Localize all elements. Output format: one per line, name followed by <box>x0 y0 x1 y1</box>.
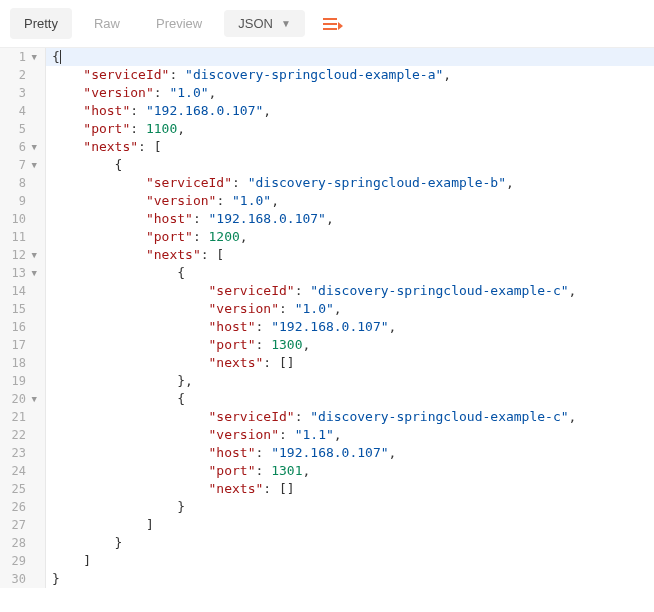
line-number: 13▼ <box>0 264 46 282</box>
line-number: 16 <box>0 318 46 336</box>
code-content: "version": "1.1", <box>46 426 342 444</box>
code-line[interactable]: 4 "host": "192.168.0.107", <box>0 102 654 120</box>
code-content: "port": 1200, <box>46 228 248 246</box>
code-line[interactable]: 12▼ "nexts": [ <box>0 246 654 264</box>
line-number: 29 <box>0 552 46 570</box>
line-number: 20▼ <box>0 390 46 408</box>
code-line[interactable]: 25 "nexts": [] <box>0 480 654 498</box>
tab-preview[interactable]: Preview <box>142 8 216 39</box>
code-line[interactable]: 9 "version": "1.0", <box>0 192 654 210</box>
chevron-down-icon: ▼ <box>281 18 291 29</box>
code-line[interactable]: 14 "serviceId": "discovery-springcloud-e… <box>0 282 654 300</box>
code-line[interactable]: 29 ] <box>0 552 654 570</box>
line-number: 21 <box>0 408 46 426</box>
code-line[interactable]: 8 "serviceId": "discovery-springcloud-ex… <box>0 174 654 192</box>
format-dropdown[interactable]: JSON ▼ <box>224 10 305 37</box>
code-content: } <box>46 498 185 516</box>
code-line[interactable]: 21 "serviceId": "discovery-springcloud-e… <box>0 408 654 426</box>
code-content: } <box>46 534 122 552</box>
code-content: "port": 1300, <box>46 336 310 354</box>
fold-toggle-icon[interactable]: ▼ <box>29 264 37 282</box>
code-content: "serviceId": "discovery-springcloud-exam… <box>46 408 576 426</box>
code-line[interactable]: 6▼ "nexts": [ <box>0 138 654 156</box>
code-content: "host": "192.168.0.107", <box>46 318 396 336</box>
code-content: { <box>46 264 185 282</box>
code-line[interactable]: 5 "port": 1100, <box>0 120 654 138</box>
line-number: 3 <box>0 84 46 102</box>
format-label: JSON <box>238 16 273 31</box>
view-tabs: Pretty Raw Preview JSON ▼ <box>0 0 654 48</box>
json-code-viewer[interactable]: 1▼{2 "serviceId": "discovery-springcloud… <box>0 48 654 588</box>
code-line[interactable]: 24 "port": 1301, <box>0 462 654 480</box>
fold-toggle-icon[interactable]: ▼ <box>29 246 37 264</box>
code-line[interactable]: 11 "port": 1200, <box>0 228 654 246</box>
line-number: 12▼ <box>0 246 46 264</box>
line-number: 15 <box>0 300 46 318</box>
code-line[interactable]: 19 }, <box>0 372 654 390</box>
code-line[interactable]: 16 "host": "192.168.0.107", <box>0 318 654 336</box>
code-line[interactable]: 13▼ { <box>0 264 654 282</box>
code-line[interactable]: 7▼ { <box>0 156 654 174</box>
code-line[interactable]: 17 "port": 1300, <box>0 336 654 354</box>
code-content: "host": "192.168.0.107", <box>46 210 334 228</box>
code-line[interactable]: 28 } <box>0 534 654 552</box>
code-content: "serviceId": "discovery-springcloud-exam… <box>46 66 451 84</box>
line-number: 9 <box>0 192 46 210</box>
code-line[interactable]: 20▼ { <box>0 390 654 408</box>
line-number: 6▼ <box>0 138 46 156</box>
wrap-button[interactable] <box>313 11 351 37</box>
code-content: "port": 1301, <box>46 462 310 480</box>
code-content: { <box>46 390 185 408</box>
line-number: 30 <box>0 570 46 588</box>
code-content: "version": "1.0", <box>46 192 279 210</box>
line-number: 27 <box>0 516 46 534</box>
code-content: ] <box>46 516 154 534</box>
line-number: 19 <box>0 372 46 390</box>
fold-toggle-icon[interactable]: ▼ <box>29 138 37 156</box>
line-number: 11 <box>0 228 46 246</box>
code-line[interactable]: 1▼{ <box>0 48 654 66</box>
code-line[interactable]: 30} <box>0 570 654 588</box>
tab-pretty[interactable]: Pretty <box>10 8 72 39</box>
code-content: "serviceId": "discovery-springcloud-exam… <box>46 174 514 192</box>
code-content: ] <box>46 552 91 570</box>
code-line[interactable]: 18 "nexts": [] <box>0 354 654 372</box>
line-number: 7▼ <box>0 156 46 174</box>
code-line[interactable]: 10 "host": "192.168.0.107", <box>0 210 654 228</box>
code-line[interactable]: 22 "version": "1.1", <box>0 426 654 444</box>
line-number: 1▼ <box>0 48 46 66</box>
line-number: 26 <box>0 498 46 516</box>
line-number: 18 <box>0 354 46 372</box>
code-content: "nexts": [ <box>46 246 224 264</box>
code-content: "host": "192.168.0.107", <box>46 444 396 462</box>
line-number: 10 <box>0 210 46 228</box>
code-content: "version": "1.0", <box>46 84 216 102</box>
line-number: 5 <box>0 120 46 138</box>
tab-raw[interactable]: Raw <box>80 8 134 39</box>
fold-toggle-icon[interactable]: ▼ <box>29 156 37 174</box>
code-line[interactable]: 23 "host": "192.168.0.107", <box>0 444 654 462</box>
line-number: 23 <box>0 444 46 462</box>
wrap-icon <box>323 17 341 31</box>
line-number: 2 <box>0 66 46 84</box>
code-content: } <box>46 570 60 588</box>
code-content: "serviceId": "discovery-springcloud-exam… <box>46 282 576 300</box>
text-cursor <box>60 50 61 64</box>
code-content: "version": "1.0", <box>46 300 342 318</box>
line-number: 28 <box>0 534 46 552</box>
code-line[interactable]: 27 ] <box>0 516 654 534</box>
code-content: "nexts": [] <box>46 480 295 498</box>
code-content: "port": 1100, <box>46 120 185 138</box>
code-line[interactable]: 15 "version": "1.0", <box>0 300 654 318</box>
code-line[interactable]: 26 } <box>0 498 654 516</box>
code-line[interactable]: 3 "version": "1.0", <box>0 84 654 102</box>
code-line[interactable]: 2 "serviceId": "discovery-springcloud-ex… <box>0 66 654 84</box>
line-number: 24 <box>0 462 46 480</box>
code-content: { <box>46 156 122 174</box>
code-content: "nexts": [ <box>46 138 162 156</box>
line-number: 4 <box>0 102 46 120</box>
fold-toggle-icon[interactable]: ▼ <box>29 48 37 66</box>
code-content: { <box>46 48 61 66</box>
line-number: 8 <box>0 174 46 192</box>
fold-toggle-icon[interactable]: ▼ <box>29 390 37 408</box>
